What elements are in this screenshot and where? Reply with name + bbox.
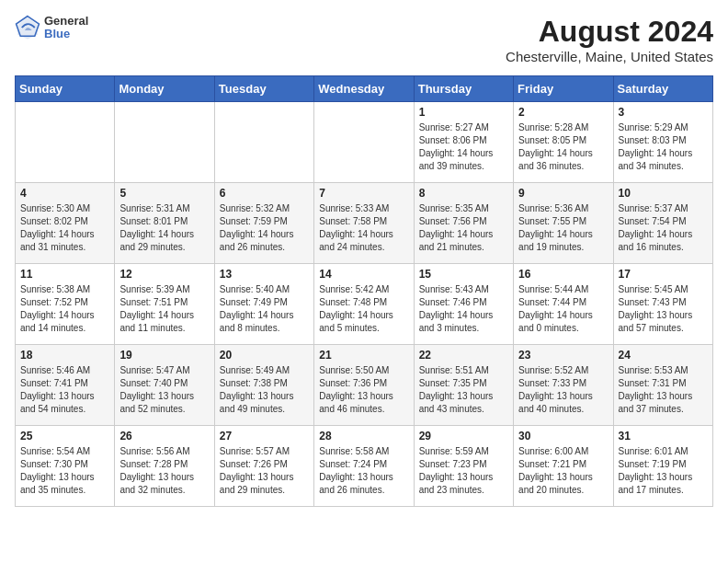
day-content: Sunrise: 5:39 AM Sunset: 7:51 PM Dayligh… — [119, 283, 209, 335]
day-header-monday: Monday — [115, 76, 214, 102]
day-content: Sunrise: 5:32 AM Sunset: 7:59 PM Dayligh… — [220, 202, 309, 254]
calendar-cell: 3Sunrise: 5:29 AM Sunset: 8:03 PM Daylig… — [613, 102, 712, 183]
calendar-week-row: 18Sunrise: 5:46 AM Sunset: 7:41 PM Dayli… — [16, 345, 713, 426]
day-number: 29 — [419, 430, 508, 442]
day-content: Sunrise: 5:35 AM Sunset: 7:56 PM Dayligh… — [419, 202, 508, 254]
calendar-table: SundayMondayTuesdayWednesdayThursdayFrid… — [15, 75, 713, 507]
logo-general: General — [44, 15, 88, 28]
calendar-cell — [16, 102, 115, 183]
day-number: 19 — [119, 349, 209, 362]
calendar-cell: 15Sunrise: 5:43 AM Sunset: 7:46 PM Dayli… — [414, 264, 513, 345]
calendar-cell: 11Sunrise: 5:38 AM Sunset: 7:52 PM Dayli… — [16, 264, 115, 345]
day-content: Sunrise: 5:30 AM Sunset: 8:02 PM Dayligh… — [20, 202, 109, 254]
calendar-cell: 16Sunrise: 5:44 AM Sunset: 7:44 PM Dayli… — [514, 264, 613, 345]
day-content: Sunrise: 5:51 AM Sunset: 7:35 PM Dayligh… — [419, 364, 508, 416]
day-number: 17 — [619, 268, 708, 281]
calendar-week-row: 25Sunrise: 5:54 AM Sunset: 7:30 PM Dayli… — [16, 426, 713, 507]
calendar-cell: 22Sunrise: 5:51 AM Sunset: 7:35 PM Dayli… — [414, 345, 513, 426]
calendar-cell: 19Sunrise: 5:47 AM Sunset: 7:40 PM Dayli… — [115, 345, 214, 426]
calendar-cell: 4Sunrise: 5:30 AM Sunset: 8:02 PM Daylig… — [16, 183, 115, 264]
calendar-header-row: SundayMondayTuesdayWednesdayThursdayFrid… — [16, 76, 713, 102]
day-number: 15 — [419, 268, 508, 281]
day-number: 8 — [419, 187, 508, 200]
day-number: 26 — [119, 430, 209, 442]
day-header-friday: Friday — [514, 76, 613, 102]
day-content: Sunrise: 5:33 AM Sunset: 7:58 PM Dayligh… — [319, 202, 408, 254]
day-content: Sunrise: 5:56 AM Sunset: 7:28 PM Dayligh… — [119, 445, 209, 497]
calendar-cell: 26Sunrise: 5:56 AM Sunset: 7:28 PM Dayli… — [115, 426, 214, 507]
day-number: 24 — [619, 349, 708, 362]
calendar-cell: 20Sunrise: 5:49 AM Sunset: 7:38 PM Dayli… — [214, 345, 313, 426]
title-block: August 2024 Chesterville, Maine, United … — [506, 15, 713, 64]
day-number: 25 — [20, 430, 109, 442]
day-content: Sunrise: 5:36 AM Sunset: 7:55 PM Dayligh… — [518, 202, 608, 254]
day-header-saturday: Saturday — [613, 76, 712, 102]
calendar-cell: 13Sunrise: 5:40 AM Sunset: 7:49 PM Dayli… — [214, 264, 313, 345]
day-header-tuesday: Tuesday — [214, 76, 313, 102]
day-content: Sunrise: 5:53 AM Sunset: 7:31 PM Dayligh… — [619, 364, 708, 416]
day-content: Sunrise: 5:45 AM Sunset: 7:43 PM Dayligh… — [619, 283, 708, 335]
day-header-wednesday: Wednesday — [314, 76, 414, 102]
day-number: 6 — [220, 187, 309, 200]
day-number: 7 — [319, 187, 408, 200]
calendar-cell: 28Sunrise: 5:58 AM Sunset: 7:24 PM Dayli… — [314, 426, 414, 507]
day-content: Sunrise: 5:47 AM Sunset: 7:40 PM Dayligh… — [119, 364, 209, 416]
calendar-cell: 25Sunrise: 5:54 AM Sunset: 7:30 PM Dayli… — [16, 426, 115, 507]
calendar-week-row: 1Sunrise: 5:27 AM Sunset: 8:06 PM Daylig… — [16, 102, 713, 183]
day-number: 3 — [619, 106, 708, 119]
calendar-cell: 1Sunrise: 5:27 AM Sunset: 8:06 PM Daylig… — [414, 102, 513, 183]
day-number: 27 — [220, 430, 309, 442]
day-number: 20 — [220, 349, 309, 362]
logo-text: General Blue — [44, 15, 88, 41]
day-number: 2 — [518, 106, 608, 119]
day-content: Sunrise: 5:28 AM Sunset: 8:05 PM Dayligh… — [518, 121, 608, 173]
calendar-cell — [314, 102, 414, 183]
day-content: Sunrise: 5:31 AM Sunset: 8:01 PM Dayligh… — [119, 202, 209, 254]
day-content: Sunrise: 6:00 AM Sunset: 7:21 PM Dayligh… — [518, 445, 608, 497]
calendar-cell: 18Sunrise: 5:46 AM Sunset: 7:41 PM Dayli… — [16, 345, 115, 426]
day-number: 12 — [119, 268, 209, 281]
day-content: Sunrise: 5:50 AM Sunset: 7:36 PM Dayligh… — [319, 364, 408, 416]
day-content: Sunrise: 5:49 AM Sunset: 7:38 PM Dayligh… — [220, 364, 309, 416]
calendar-cell: 23Sunrise: 5:52 AM Sunset: 7:33 PM Dayli… — [514, 345, 613, 426]
calendar-cell: 21Sunrise: 5:50 AM Sunset: 7:36 PM Dayli… — [314, 345, 414, 426]
page-header: General Blue August 2024 Chesterville, M… — [15, 15, 713, 64]
day-number: 21 — [319, 349, 408, 362]
page-subtitle: Chesterville, Maine, United States — [506, 49, 713, 64]
day-content: Sunrise: 5:38 AM Sunset: 7:52 PM Dayligh… — [20, 283, 109, 335]
day-content: Sunrise: 5:43 AM Sunset: 7:46 PM Dayligh… — [419, 283, 508, 335]
page-title: August 2024 — [506, 15, 713, 49]
day-content: Sunrise: 5:44 AM Sunset: 7:44 PM Dayligh… — [518, 283, 608, 335]
day-number: 28 — [319, 430, 408, 442]
calendar-cell: 8Sunrise: 5:35 AM Sunset: 7:56 PM Daylig… — [414, 183, 513, 264]
day-number: 23 — [518, 349, 608, 362]
day-content: Sunrise: 5:52 AM Sunset: 7:33 PM Dayligh… — [518, 364, 608, 416]
calendar-cell: 31Sunrise: 6:01 AM Sunset: 7:19 PM Dayli… — [613, 426, 712, 507]
logo-icon — [15, 15, 40, 40]
calendar-cell: 17Sunrise: 5:45 AM Sunset: 7:43 PM Dayli… — [613, 264, 712, 345]
day-content: Sunrise: 5:42 AM Sunset: 7:48 PM Dayligh… — [319, 283, 408, 335]
day-content: Sunrise: 5:46 AM Sunset: 7:41 PM Dayligh… — [20, 364, 109, 416]
day-content: Sunrise: 5:59 AM Sunset: 7:23 PM Dayligh… — [419, 445, 508, 497]
day-number: 5 — [119, 187, 209, 200]
day-number: 18 — [20, 349, 109, 362]
day-number: 13 — [220, 268, 309, 281]
day-number: 10 — [619, 187, 708, 200]
day-content: Sunrise: 5:40 AM Sunset: 7:49 PM Dayligh… — [220, 283, 309, 335]
day-number: 9 — [518, 187, 608, 200]
calendar-cell: 2Sunrise: 5:28 AM Sunset: 8:05 PM Daylig… — [514, 102, 613, 183]
logo-blue: Blue — [44, 28, 88, 40]
day-header-thursday: Thursday — [414, 76, 513, 102]
calendar-cell — [115, 102, 214, 183]
day-number: 4 — [20, 187, 109, 200]
day-number: 14 — [319, 268, 408, 281]
calendar-cell: 5Sunrise: 5:31 AM Sunset: 8:01 PM Daylig… — [115, 183, 214, 264]
day-number: 31 — [619, 430, 708, 442]
calendar-cell: 30Sunrise: 6:00 AM Sunset: 7:21 PM Dayli… — [514, 426, 613, 507]
day-content: Sunrise: 5:29 AM Sunset: 8:03 PM Dayligh… — [619, 121, 708, 173]
calendar-cell: 27Sunrise: 5:57 AM Sunset: 7:26 PM Dayli… — [214, 426, 313, 507]
day-content: Sunrise: 5:54 AM Sunset: 7:30 PM Dayligh… — [20, 445, 109, 497]
calendar-cell: 24Sunrise: 5:53 AM Sunset: 7:31 PM Dayli… — [613, 345, 712, 426]
day-content: Sunrise: 5:58 AM Sunset: 7:24 PM Dayligh… — [319, 445, 408, 497]
day-content: Sunrise: 6:01 AM Sunset: 7:19 PM Dayligh… — [619, 445, 708, 497]
